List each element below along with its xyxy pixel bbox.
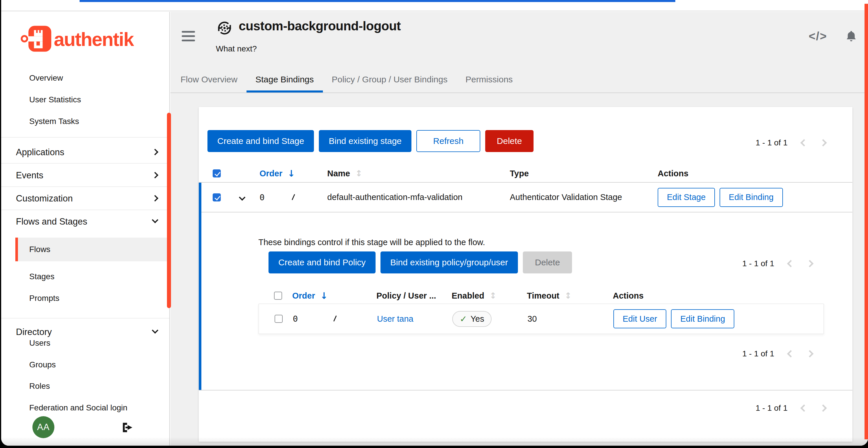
authentik-wordmark: authentik [54, 28, 133, 50]
avatar[interactable]: AA [32, 416, 54, 438]
page-title: custom-background-logout [239, 19, 401, 33]
tab-bar: Flow Overview Stage Bindings Policy / Gr… [170, 67, 865, 93]
bindings-description: These bindings control if this stage wil… [258, 238, 485, 247]
tab-policy-group-user-bindings[interactable]: Policy / Group / User Bindings [323, 67, 457, 93]
cell-order: 0 [259, 193, 327, 202]
authentik-logo: authentik [20, 25, 133, 54]
api-code-icon[interactable]: </> [809, 30, 827, 43]
pagination-range: 1 - 1 of 1 [742, 259, 774, 268]
column-actions: Actions [613, 291, 824, 301]
chevron-left-icon[interactable] [787, 260, 794, 267]
chevron-right-icon[interactable] [152, 149, 159, 156]
sidebar-group-customization[interactable]: Customization [16, 193, 73, 204]
tab-stage-bindings[interactable]: Stage Bindings [247, 67, 323, 93]
column-order[interactable]: Order ↓ [259, 168, 327, 179]
flow-stage-icon [216, 20, 232, 37]
sort-icon: ↕ [355, 169, 362, 178]
pagination-range: 1 - 1 of 1 [755, 138, 787, 147]
policy-table-header: Order ↓ Policy / User ... Enabled ↕ Time… [258, 288, 824, 303]
edit-binding-button[interactable]: Edit Binding [720, 188, 783, 207]
sort-icon: ↕ [490, 291, 496, 301]
user-link[interactable]: User tana [377, 314, 452, 324]
hamburger-menu-icon[interactable] [182, 31, 195, 44]
loading-progress-bar [80, 0, 675, 2]
window-top-strip [1, 0, 868, 11]
column-type: Type [510, 169, 658, 178]
chevron-left-icon[interactable] [787, 350, 794, 357]
chevron-right-icon[interactable] [806, 260, 813, 267]
bind-existing-policy-button[interactable]: Bind existing policy/group/user [380, 251, 518, 273]
cell-timeout: 30 [527, 314, 613, 324]
sidebar: authentik Overview User Statistics Syste… [1, 12, 170, 446]
check-icon: ✓ [460, 314, 467, 324]
chevron-down-icon[interactable] [152, 327, 159, 334]
sidebar-scrollbar[interactable] [167, 113, 171, 308]
column-actions: Actions [658, 169, 852, 178]
edit-stage-button[interactable]: Edit Stage [658, 188, 715, 207]
sidebar-item-users[interactable]: Users [29, 339, 50, 348]
chevron-right-icon[interactable] [819, 404, 827, 412]
refresh-button[interactable]: Refresh [416, 130, 480, 152]
main-area: custom-background-logout What next? </> … [170, 12, 868, 446]
sidebar-group-flows-and-stages[interactable]: Flows and Stages [16, 216, 87, 227]
delete-binding-button[interactable]: Delete [523, 251, 572, 273]
row-checkbox[interactable] [275, 315, 283, 323]
sidebar-divider [1, 163, 169, 164]
logout-icon[interactable] [121, 422, 134, 435]
cell-type: Authenticator Validation Stage [510, 193, 658, 202]
sidebar-item-flows-label: Flows [29, 245, 50, 254]
chevron-down-icon[interactable] [152, 217, 159, 223]
sidebar-group-applications[interactable]: Applications [16, 147, 64, 158]
expanded-section-divider [199, 390, 852, 390]
tab-flow-overview[interactable]: Flow Overview [172, 67, 247, 93]
row-checkbox[interactable] [213, 193, 221, 202]
column-policy-user: Policy / User ... [376, 291, 452, 301]
sidebar-item-overview[interactable]: Overview [29, 73, 63, 83]
delete-button[interactable]: Delete [485, 130, 533, 152]
column-order[interactable]: Order ↓ [292, 290, 376, 301]
chevron-right-icon[interactable] [806, 350, 813, 357]
sidebar-group-events[interactable]: Events [16, 170, 43, 181]
sidebar-divider [1, 186, 169, 187]
tab-permissions[interactable]: Permissions [457, 67, 522, 93]
policy-toolbar: Create and bind Policy Bind existing pol… [269, 251, 572, 273]
sidebar-item-federation[interactable]: Federation and Social login [29, 403, 127, 412]
select-all-checkbox[interactable] [274, 291, 282, 300]
edit-user-button[interactable]: Edit User [613, 309, 666, 328]
pagination-top: 1 - 1 of 1 [755, 138, 826, 147]
sidebar-item-prompts[interactable]: Prompts [29, 294, 59, 303]
sidebar-item-groups[interactable]: Groups [29, 360, 56, 369]
enabled-badge: ✓ Yes [452, 311, 492, 327]
page-subtitle: What next? [216, 44, 257, 54]
chevron-right-icon[interactable] [152, 172, 159, 179]
select-all-checkbox[interactable] [213, 169, 221, 177]
selected-row-accent [199, 183, 202, 390]
create-and-bind-policy-button[interactable]: Create and bind Policy [269, 251, 376, 273]
stage-toolbar: Create and bind Stage Bind existing stag… [208, 130, 533, 152]
sidebar-divider [1, 210, 169, 210]
edit-binding-button[interactable]: Edit Binding [671, 309, 734, 328]
row-expand-caret-icon[interactable] [239, 194, 246, 201]
notifications-bell-icon[interactable] [844, 29, 858, 45]
sidebar-group-directory[interactable]: Directory [16, 327, 52, 337]
chevron-right-icon[interactable] [819, 139, 827, 146]
sidebar-item-user-statistics[interactable]: User Statistics [29, 95, 81, 104]
pagination-policy-bottom: 1 - 1 of 1 [742, 349, 812, 358]
sidebar-item-stages[interactable]: Stages [29, 272, 54, 281]
chevron-right-icon[interactable] [152, 195, 159, 202]
sort-desc-icon: ↓ [320, 290, 328, 301]
column-enabled[interactable]: Enabled ↕ [452, 291, 527, 301]
chevron-left-icon[interactable] [800, 404, 808, 412]
column-name[interactable]: Name ↕ [327, 169, 510, 178]
sidebar-item-flows[interactable]: Flows [16, 238, 167, 261]
sidebar-item-roles[interactable]: Roles [29, 381, 50, 391]
bind-existing-stage-button[interactable]: Bind existing stage [319, 130, 411, 152]
page-scrollbar[interactable] [865, 4, 868, 439]
column-timeout[interactable]: Timeout ↕ [527, 291, 613, 301]
create-and-bind-stage-button[interactable]: Create and bind Stage [208, 130, 314, 152]
sidebar-item-system-tasks[interactable]: System Tasks [29, 117, 79, 126]
stage-bindings-card: Create and bind Stage Bind existing stag… [199, 107, 852, 442]
policy-bindings-section: These bindings control if this stage wil… [258, 234, 824, 373]
stage-table-row: 0 default-authentication-mfa-validation … [199, 183, 852, 212]
chevron-left-icon[interactable] [800, 139, 808, 146]
